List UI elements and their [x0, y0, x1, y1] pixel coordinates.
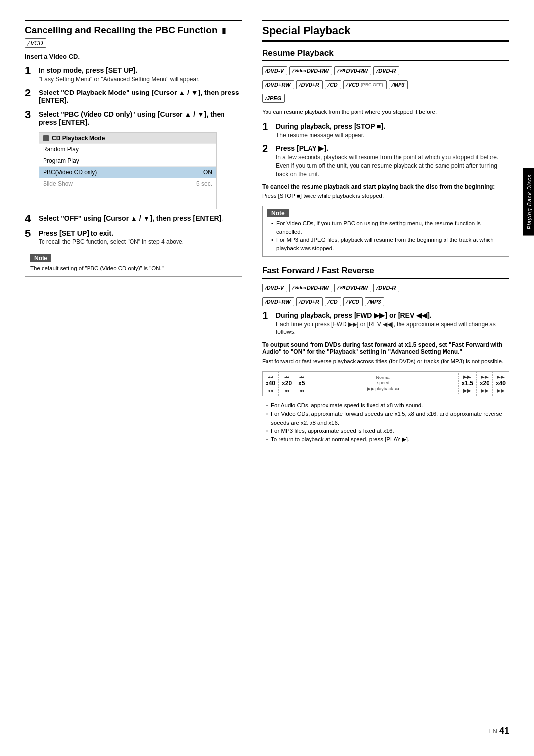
speed-arrow-6: ▶▶	[496, 374, 506, 380]
two-col-layout: Cancelling and Recalling the PBC Functio…	[25, 20, 509, 706]
resume-note-title: Note	[267, 209, 289, 217]
speed-cell-x1-5: ▶▶ x1.5 ▶▶	[459, 372, 477, 396]
left-note-item-1: The default setting of "PBC (Video CD on…	[30, 265, 164, 271]
badge-dvd-v: ∕DVD-V	[262, 66, 287, 75]
fast-note-2: For Video CDs, approximate forward speed…	[266, 410, 509, 427]
page-number: 41	[499, 726, 509, 736]
fast-step-1-title: During playback, press [FWD ▶▶] or [REV …	[276, 311, 509, 319]
speed-arrow-6b: ▶▶	[496, 387, 506, 394]
badge-dvd-plus-r: ∕DVD+R	[296, 80, 323, 89]
resume-step-1: 1 During playback, press [STOP ■]. The r…	[262, 122, 509, 140]
speed-normal-pb: ▶▶ playback ◂◂	[311, 386, 455, 392]
cd-table-spacer	[39, 189, 216, 209]
resume-step-2: 2 Press [PLAY ▶]. In a few seconds, play…	[262, 144, 509, 178]
fast-badge-mp3: ∕MP3	[365, 297, 384, 306]
speed-label-x40r: x40	[266, 380, 275, 388]
speed-cell-normal: Normal speed ▶▶ playback ◂◂	[308, 373, 458, 394]
fast-step-1-content: During playback, press [FWD ▶▶] or [REV …	[276, 311, 509, 337]
step-3: 3 Select "PBC (Video CD only)" using [Cu…	[25, 110, 242, 127]
fast-badge-dvd-v: ∕DVD-V	[262, 284, 287, 292]
fast-badge-video-dvd-rw: ∕VideoDVD-RW	[289, 284, 332, 292]
fast-badge-dvd-plus-r: ∕DVD+R	[296, 297, 323, 306]
cd-table-title: CD Playback Mode	[52, 135, 105, 142]
step-3-title: Select "PBC (Video CD only)" using [Curs…	[39, 110, 242, 126]
insert-label: Insert a Video CD.	[25, 53, 242, 60]
fast-speed-note-block: To output sound from DVDs during fast fo…	[262, 341, 509, 366]
fast-note-4: To return to playback at normal speed, p…	[266, 435, 509, 444]
speed-label-x40f: x40	[496, 380, 506, 388]
page-container: Cancelling and Recalling the PBC Functio…	[0, 0, 534, 756]
step-3-num: 3	[25, 109, 39, 120]
resume-intro: You can resume playback from the point w…	[262, 108, 509, 116]
left-note-text: The default setting of "PBC (Video CD on…	[30, 264, 237, 273]
speed-cell-x5-rev: ◂◂ x5 ◂◂	[295, 372, 308, 396]
speed-label-x20f: x20	[480, 380, 490, 388]
badge-video-dvd-rw: ∕VideoDVD-RW	[289, 66, 332, 75]
fast-badge-cd: ∕CD	[325, 297, 341, 306]
fast-disc-row1: ∕DVD-V ∕VideoDVD-RW ∕VRDVD-RW ∕DVD-R	[262, 284, 509, 292]
left-title-text: Cancelling and Recalling the PBC Functio…	[25, 25, 218, 35]
speed-diagram: ◂◂ x40 ◂◂ ◂◂ x20 ◂◂ ◂◂ x5 ◂◂	[262, 371, 509, 397]
resume-cancel-block: To cancel the resume playback and start …	[262, 183, 509, 200]
fast-speed-bold: To output sound from DVDs during fast fo…	[262, 341, 509, 355]
step-4: 4 Select "OFF" using [Cursor ▲ / ▼], the…	[25, 214, 242, 224]
resume-disc-row3: ∕JPEG	[262, 94, 509, 103]
resume-step-2-num: 2	[262, 143, 276, 154]
resume-note-item-2: For MP3 and JPEG files, playback will re…	[271, 236, 504, 253]
badge-vcd: ∕VCD (PBC OFF)	[343, 80, 387, 89]
step-4-content: Select "OFF" using [Cursor ▲ / ▼], then …	[39, 214, 242, 223]
resume-step-1-desc: The resume message will appear.	[276, 131, 509, 140]
speed-arrow-1: ◂◂	[266, 374, 275, 380]
speed-cell-x40-fwd: ▶▶ x40 ▶▶	[493, 372, 509, 396]
fast-step-1-desc: Each time you press [FWD ▶▶] or [REV ◀◀]…	[276, 320, 509, 337]
speed-arrow-4: ▶▶	[462, 374, 473, 380]
badge-dvd-plus-rw: ∕DVD+RW	[262, 80, 294, 89]
speed-arrow-1b: ◂◂	[266, 387, 275, 394]
badge-jpeg: ∕JPEG	[262, 94, 285, 103]
cd-row-slideshow-label: Slide Show	[43, 180, 73, 187]
left-section-title: Cancelling and Recalling the PBC Functio…	[25, 25, 242, 36]
cd-row-slideshow-value: 5 sec.	[196, 180, 212, 187]
fast-step-1: 1 During playback, press [FWD ▶▶] or [RE…	[262, 311, 509, 337]
step-2-title: Select "CD Playback Mode" using [Cursor …	[39, 89, 242, 104]
left-top-section: Cancelling and Recalling the PBC Functio…	[25, 20, 242, 277]
resume-disc-row2: ∕DVD+RW ∕DVD+R ∕CD ∕VCD (PBC OFF) ∕MP3	[262, 80, 509, 89]
step-1-num: 1	[25, 65, 39, 76]
speed-arrow-3b: ◂◂	[298, 387, 305, 394]
resume-step-1-num: 1	[262, 121, 276, 132]
resume-subtitle: Resume Playback	[262, 48, 509, 61]
left-title-icon: ▮	[222, 26, 226, 35]
step-5-content: Press [SET UP] to exit. To recall the PB…	[39, 229, 242, 246]
resume-cancel-bold: To cancel the resume playback and start …	[262, 183, 509, 190]
resume-section: Resume Playback ∕DVD-V ∕VideoDVD-RW ∕VRD…	[262, 48, 509, 257]
speed-cell-x40-rev: ◂◂ x40 ◂◂	[263, 372, 279, 396]
fast-disc-row2: ∕DVD+RW ∕DVD+R ∕CD ∕VCD ∕MP3	[262, 297, 509, 306]
resume-note-list: For Video CDs, if you turn PBC on using …	[267, 219, 504, 253]
en-label: EN	[489, 727, 497, 735]
badge-vr-dvd-rw: ∕VRDVD-RW	[334, 66, 371, 75]
fast-subtitle: Fast Forward / Fast Reverse	[262, 266, 509, 279]
speed-cell-x20-fwd: ▶▶ x20 ▶▶	[477, 372, 493, 396]
badge-mp3: ∕MP3	[389, 80, 408, 89]
cd-table-header: CD Playback Mode	[39, 133, 216, 143]
step-3-content: Select "PBC (Video CD only)" using [Curs…	[39, 110, 242, 127]
vcd-badge: ∕ VCD	[25, 38, 46, 48]
left-note-box: Note The default setting of "PBC (Video …	[25, 251, 242, 276]
left-column: Cancelling and Recalling the PBC Functio…	[25, 20, 242, 706]
cd-row-program: Program Play	[39, 155, 216, 166]
cd-row-slideshow: Slide Show 5 sec.	[39, 178, 216, 189]
step-5-title: Press [SET UP] to exit.	[39, 229, 242, 237]
step-5-num: 5	[25, 228, 39, 239]
fast-badge-vcd: ∕VCD	[343, 297, 363, 306]
resume-step-2-desc: In a few seconds, playback will resume f…	[276, 153, 509, 178]
step-2-num: 2	[25, 88, 39, 98]
side-tab: Playing Back Discs	[523, 168, 534, 236]
right-column: Playing Back Discs Special Playback Resu…	[262, 20, 509, 706]
cd-row-pbc: PBC(Video CD only) ON	[39, 166, 216, 178]
speed-arrow-2: ◂◂	[282, 374, 292, 380]
speed-label-x20r: x20	[282, 380, 292, 388]
speed-cell-x20-rev: ◂◂ x20 ◂◂	[279, 372, 295, 396]
resume-note-box: Note For Video CDs, if you turn PBC on u…	[262, 206, 509, 257]
speed-label-x1-5: x1.5	[462, 380, 473, 388]
resume-step-2-content: Press [PLAY ▶]. In a few seconds, playba…	[276, 144, 509, 178]
